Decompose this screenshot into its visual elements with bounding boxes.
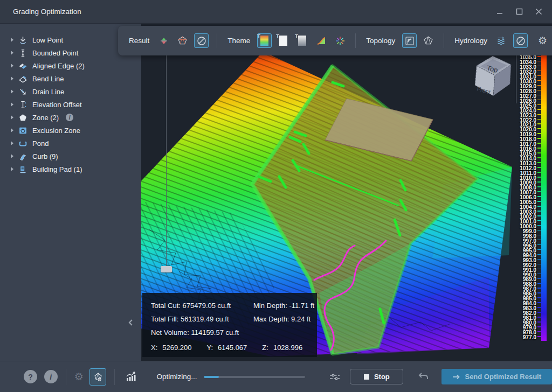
sidebar-item-building-pad[interactable]: Building Pad (1) <box>0 163 141 176</box>
terrain-viewport[interactable]: Top Front 1038.01037.01036.01035.01034.0… <box>141 24 552 361</box>
cursor-coordinates: X:5269.200 Y:6145.067 Z:1028.996 <box>151 344 317 352</box>
help-icon[interactable]: ? <box>24 370 37 383</box>
sidebar-item-elevation-offset[interactable]: Elevation Offset <box>0 98 141 111</box>
display-toolbar: Result Theme T T T <box>118 26 552 55</box>
total-fill-stat: Total Fill: 561319.49 cu.ft <box>151 315 253 323</box>
status-text: Optimizing... <box>156 373 197 381</box>
expand-caret-icon[interactable] <box>11 38 13 42</box>
expand-caret-icon[interactable] <box>11 141 13 145</box>
elevation-label: 977.0 <box>492 335 536 340</box>
volume-stats-panel: Total Cut: 675479.05 cu.ft Min Depth: -1… <box>142 293 317 357</box>
undo-icon[interactable] <box>418 372 429 382</box>
expand-caret-icon[interactable] <box>11 64 13 68</box>
expand-caret-icon[interactable] <box>11 51 13 55</box>
expand-caret-icon[interactable] <box>11 128 13 132</box>
expand-caret-icon[interactable] <box>11 167 13 171</box>
sidebar-item-aligned-edge[interactable]: Aligned Edge (2) <box>0 59 141 72</box>
bounded-point-icon <box>18 48 27 58</box>
elevation-scale-labels: 1038.01037.01036.01035.01034.01033.01032… <box>492 40 536 340</box>
grading-optimization-window: Grading Optimization Low Point Bound <box>0 0 552 392</box>
expand-caret-icon[interactable] <box>11 115 13 120</box>
cut-fill-display-icon[interactable] <box>156 33 171 48</box>
sidebar-item-zone[interactable]: Zone (2) <box>0 111 141 124</box>
maximize-button[interactable] <box>512 5 526 19</box>
topology-contours-icon[interactable] <box>402 33 417 48</box>
elevation-color-bar <box>541 41 547 341</box>
net-volume-stat: Net Volume: 114159.57 cu.ft <box>151 328 253 337</box>
pond-icon <box>18 139 27 148</box>
topology-group-label: Topology <box>366 37 395 45</box>
curb-icon <box>18 152 27 161</box>
y-coordinate: 6145.067 <box>218 344 247 352</box>
window-title: Grading Optimization <box>13 8 81 16</box>
vertical-slider-track[interactable] <box>166 28 167 269</box>
elevation-scale-ticks <box>537 41 541 341</box>
theme-slope-icon[interactable] <box>314 33 328 48</box>
sidebar-item-drain-line[interactable]: Drain Line <box>0 85 141 98</box>
expand-caret-icon[interactable] <box>11 154 13 158</box>
hydrology-flow-icon[interactable] <box>494 33 509 48</box>
max-depth-stat: Max Depth: 9.24 ft <box>253 315 317 323</box>
minimize-button[interactable] <box>493 5 507 19</box>
progress-fill <box>204 376 219 378</box>
expand-caret-icon[interactable] <box>11 89 13 94</box>
total-cut-stat: Total Cut: 675479.05 cu.ft <box>151 302 253 310</box>
result-group-label: Result <box>129 37 149 45</box>
theme-starburst-icon[interactable] <box>333 33 347 48</box>
optimization-progress-bar <box>204 376 306 378</box>
object-tree-sidebar: Low Point Bounded Point Aligned Edge (2)… <box>0 24 141 361</box>
hydrology-none-icon[interactable] <box>513 33 528 48</box>
low-point-icon <box>18 36 27 45</box>
sidebar-item-exclusion-zone[interactable]: Exclusion Zone <box>0 124 141 137</box>
expand-caret-icon[interactable] <box>11 102 13 107</box>
send-optimized-result-button[interactable]: Send Optimized Result <box>441 369 552 384</box>
theme-elevation-icon[interactable]: T <box>257 33 272 48</box>
info-icon[interactable]: i <box>44 370 58 383</box>
bend-line-icon <box>18 74 27 83</box>
sidebar-collapse-button[interactable] <box>126 318 136 327</box>
z-coordinate: 1028.996 <box>273 344 302 352</box>
expand-caret-icon[interactable] <box>11 76 13 81</box>
exclusion-zone-icon <box>18 126 27 135</box>
theme-group-label: Theme <box>227 37 250 45</box>
topology-prism-icon[interactable] <box>421 33 436 48</box>
building-pad-icon <box>18 165 27 174</box>
theme-plain-icon[interactable]: T <box>276 33 291 48</box>
result-none-icon[interactable] <box>194 33 209 48</box>
drain-line-icon <box>18 87 27 96</box>
convergence-chart-icon[interactable] <box>125 371 137 383</box>
bottom-control-bar: ? i ⚙ Optimizing... <box>0 361 552 392</box>
x-coordinate: 5269.200 <box>162 344 191 352</box>
min-depth-stat: Min Depth: -11.71 ft <box>253 302 317 310</box>
stop-button[interactable]: Stop <box>350 369 403 384</box>
aligned-edge-icon <box>18 61 27 71</box>
optimization-parameters-icon[interactable] <box>329 372 341 382</box>
close-button[interactable] <box>532 5 546 19</box>
sidebar-item-pond[interactable]: Pond <box>0 137 141 150</box>
zone-info-icon[interactable] <box>66 114 73 121</box>
display-settings-gear-icon[interactable]: ⚙ <box>535 33 550 48</box>
zone-icon <box>18 113 27 122</box>
optimization-view-icon[interactable] <box>89 368 107 386</box>
theme-grayscale-icon[interactable]: T <box>295 33 309 48</box>
vertical-slider-handle[interactable] <box>161 266 172 272</box>
optimization-settings-gear-icon[interactable]: ⚙ <box>74 372 84 382</box>
sidebar-item-bend-line[interactable]: Bend Line <box>0 72 141 85</box>
title-bar: Grading Optimization <box>0 0 552 24</box>
sidebar-item-curb[interactable]: Curb (9) <box>0 150 141 163</box>
stop-square-icon <box>364 374 369 380</box>
hydrology-group-label: Hydrology <box>454 37 487 45</box>
elevation-offset-icon <box>18 100 27 109</box>
result-prism-icon[interactable] <box>175 33 190 48</box>
